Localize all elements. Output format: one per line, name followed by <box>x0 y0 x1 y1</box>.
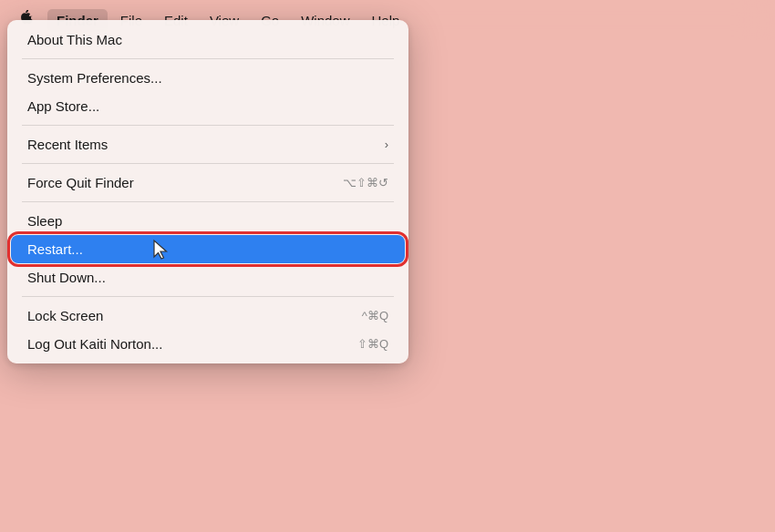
lock-screen-label: Lock Screen <box>27 308 103 323</box>
shut-down-item[interactable]: Shut Down... <box>11 263 405 292</box>
log-out-shortcut: ⇧⌘Q <box>357 337 388 351</box>
recent-items-label: Recent Items <box>27 137 108 152</box>
apple-dropdown-menu: About This Mac System Preferences... App… <box>7 20 408 363</box>
force-quit-item[interactable]: Force Quit Finder ⌥⇧⌘↺ <box>11 169 405 197</box>
lock-screen-shortcut: ^⌘Q <box>362 309 388 322</box>
about-this-mac-item[interactable]: About This Mac <box>11 26 405 54</box>
separator-2 <box>22 125 394 126</box>
separator-3 <box>22 163 394 164</box>
mouse-cursor <box>152 239 172 262</box>
force-quit-label: Force Quit Finder <box>27 175 134 190</box>
app-store-label: App Store... <box>27 98 99 114</box>
lock-screen-item[interactable]: Lock Screen ^⌘Q <box>11 302 405 330</box>
log-out-label: Log Out Kaiti Norton... <box>27 336 162 352</box>
system-preferences-label: System Preferences... <box>27 70 162 86</box>
app-store-item[interactable]: App Store... <box>11 92 405 120</box>
shut-down-label: Shut Down... <box>27 270 106 285</box>
restart-label: Restart... <box>27 241 83 257</box>
sleep-label: Sleep <box>27 213 62 229</box>
force-quit-shortcut: ⌥⇧⌘↺ <box>343 176 388 189</box>
recent-items-chevron: › <box>385 138 388 151</box>
system-preferences-item[interactable]: System Preferences... <box>11 64 405 92</box>
log-out-item[interactable]: Log Out Kaiti Norton... ⇧⌘Q <box>11 330 405 358</box>
about-this-mac-label: About This Mac <box>27 32 122 47</box>
restart-item[interactable]: Restart... <box>11 235 405 263</box>
sleep-item[interactable]: Sleep <box>11 207 405 235</box>
separator-1 <box>22 58 394 59</box>
separator-4 <box>22 201 394 202</box>
separator-5 <box>22 296 394 297</box>
recent-items-item[interactable]: Recent Items › <box>11 130 405 159</box>
